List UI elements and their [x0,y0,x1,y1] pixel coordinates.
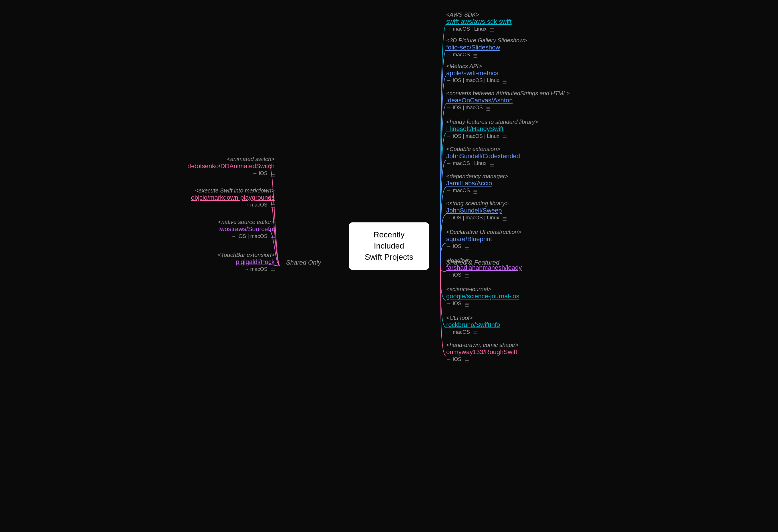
list-icon-r6: ☰ [473,189,477,193]
list-icon-r4: ☰ [502,135,506,138]
repo-native-source[interactable]: twostraws/Sourceful [218,225,275,233]
left-edge-label: Shared Only [286,259,321,266]
node-dependency-manager: <dependency manager> JamitLabs/Accio → m… [446,173,508,194]
platform-native-source: → iOS | macOS ☰ [218,233,275,239]
category-animated-switch: <animated switch> [187,156,275,162]
node-declarative-ui: <Declarative UI construction> square/Blu… [446,229,521,249]
mindmap-canvas: Recently Included Swift Projects Shared … [0,0,778,532]
node-handy-features: <handy features to standard library> Fli… [446,119,538,139]
category-execute-swift: <execute Swift into markdown> [191,187,275,194]
node-attributed-strings: <converts between AttributedStrings and … [446,90,570,111]
node-codable-extension: <Codable extension> JohnSundell/Codexten… [446,146,520,166]
node-execute-swift: <execute Swift into markdown> objcio/mar… [191,187,275,208]
center-line1: Recently Included [374,230,405,250]
node-touchbar: <TouchBar extension> pigigaldi/Pock → ma… [218,252,275,272]
center-line2: Swift Projects [365,253,413,262]
repo-execute-swift[interactable]: objcio/markdown-playgrounds [191,194,275,201]
node-science-journal: <science-journal> google/science-journal… [446,286,520,307]
node-metrics-api: <Metrics API> apple/swift-metrics → iOS … [446,63,506,83]
list-icon: ☰ [270,172,275,176]
list-icon-r5: ☰ [490,162,494,166]
platform-animated-switch: → iOS ☰ [187,170,275,176]
list-icon-4: ☰ [270,268,275,272]
node-3d-gallery: <3D Picture Gallery Slideshow> folio-sec… [446,37,527,58]
center-node: Recently Included Swift Projects [349,222,429,270]
list-icon-r3: ☰ [486,106,490,110]
list-icon-r2: ☰ [502,79,506,83]
platform-execute-swift: → macOS ☰ [191,202,275,208]
platform-touchbar: → macOS ☰ [218,266,275,272]
list-icon-r8: ☰ [465,244,469,248]
list-icon-r1: ☰ [473,53,477,57]
node-cli-tool: <CLI tool> rockbruno/SwiftInfo → macOS ☰ [446,315,500,335]
list-icon-3: ☰ [270,235,275,238]
category-touchbar: <TouchBar extension> [218,252,275,258]
list-icon-r11: ☰ [473,330,477,334]
list-icon-r12: ☰ [465,358,469,362]
node-hand-drawn: <hand-drawn, comic shape> onmyway133/Rou… [446,342,518,362]
list-icon-2: ☰ [270,203,275,207]
node-aws-sdk: <AWS SDK> swift-aws/aws-sdk-swift → macO… [446,11,512,32]
node-animated-switch: <animated switch> d-dotsenko/DDAnimatedS… [187,156,275,176]
list-icon-r0: ☰ [490,27,494,31]
repo-animated-switch[interactable]: d-dotsenko/DDAnimatedSwitch [187,162,275,170]
category-native-source: <native source editor> [218,219,275,225]
repo-touchbar[interactable]: pigigaldi/Pock [218,258,275,266]
list-icon-r7: ☰ [502,216,506,220]
list-icon-r10: ☰ [465,302,469,306]
node-native-source-editor: <native source editor> twostraws/Sourcef… [218,219,275,239]
node-string-scanning: <string scanning library> JohnSundell/Sw… [446,200,509,221]
list-icon-r9: ☰ [465,273,469,277]
node-loading: <loading> farshadiahanmanesh/loady → iOS… [446,257,522,278]
